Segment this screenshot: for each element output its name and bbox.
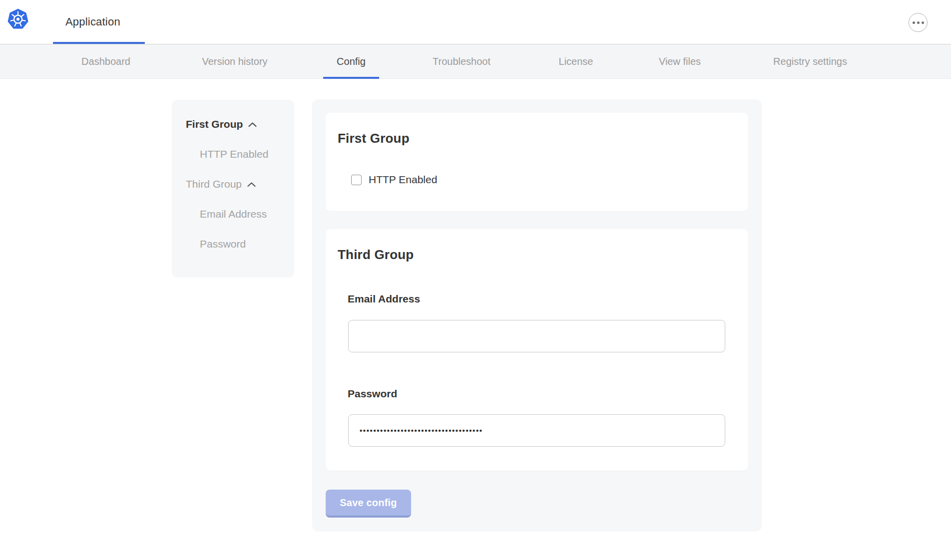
- overflow-menu-button[interactable]: [909, 13, 928, 32]
- app-tab-label: Application: [65, 15, 120, 28]
- tab-troubleshoot[interactable]: Troubleshoot: [429, 44, 494, 79]
- sidebar-item-label: Password: [200, 238, 246, 250]
- sidebar-group-first-group[interactable]: First Group: [186, 118, 294, 131]
- group-title: Third Group: [338, 247, 414, 263]
- tab-view-files[interactable]: View files: [655, 44, 705, 79]
- sidebar-item-password[interactable]: Password: [186, 238, 294, 251]
- group-title: First Group: [338, 131, 410, 146]
- chevron-up-icon: [247, 182, 256, 188]
- app-tab-application[interactable]: Application: [53, 0, 133, 44]
- tab-version-history[interactable]: Version history: [198, 44, 271, 79]
- sidebar-group-third-group[interactable]: Third Group: [186, 178, 294, 191]
- http-enabled-label[interactable]: HTTP Enabled: [369, 174, 437, 186]
- sidebar-item-email-address[interactable]: Email Address: [186, 208, 294, 221]
- email-address-input[interactable]: [348, 320, 725, 352]
- sidebar-item-label: Email Address: [200, 208, 267, 220]
- http-enabled-row: HTTP Enabled: [351, 174, 437, 186]
- config-groups-sidebar: First Group HTTP Enabled Third Group Ema…: [172, 100, 294, 278]
- ellipsis-icon: [913, 21, 915, 24]
- tab-registry-settings[interactable]: Registry settings: [769, 44, 851, 79]
- config-group-card-third: Third Group Email Address Password: [326, 229, 748, 471]
- http-enabled-checkbox[interactable]: [351, 175, 362, 185]
- tab-config[interactable]: Config: [333, 44, 370, 79]
- kubernetes-logo-icon: [7, 8, 29, 30]
- top-header: Application: [0, 0, 951, 44]
- chevron-up-icon: [248, 122, 257, 128]
- config-group-card-first: First Group HTTP Enabled: [326, 113, 748, 211]
- sidebar-item-http-enabled[interactable]: HTTP Enabled: [186, 148, 294, 161]
- sidebar-group-label: Third Group: [186, 178, 242, 190]
- tab-dashboard[interactable]: Dashboard: [77, 44, 134, 79]
- save-config-button[interactable]: Save config: [326, 490, 411, 518]
- password-label: Password: [348, 388, 397, 400]
- active-tab-underline: [323, 77, 379, 79]
- sidebar-group-label: First Group: [186, 118, 243, 130]
- tab-license[interactable]: License: [555, 44, 597, 79]
- password-input[interactable]: [348, 414, 725, 447]
- app-navbar: Dashboard Version history Config Trouble…: [0, 44, 951, 79]
- config-form-panel: First Group HTTP Enabled Third Group Ema…: [312, 99, 762, 532]
- email-address-label: Email Address: [348, 293, 420, 305]
- sidebar-item-label: HTTP Enabled: [200, 148, 268, 160]
